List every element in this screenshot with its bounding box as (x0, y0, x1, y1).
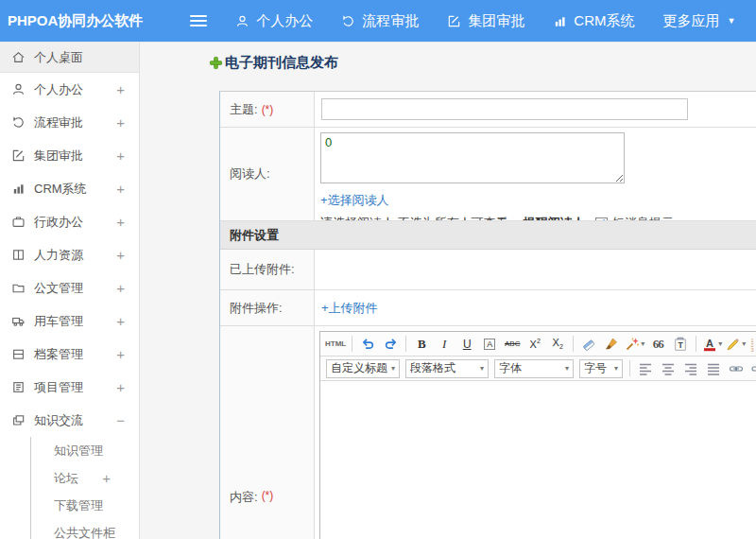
align-justify-icon (706, 361, 721, 376)
page-title: 电子期刊信息发布 (209, 54, 756, 72)
attachment-section-header: 附件设置 (220, 221, 756, 250)
italic-button[interactable]: I (434, 334, 455, 355)
sidebar-item-label: 流程审批 (34, 114, 83, 131)
font-style-button[interactable]: A (479, 334, 500, 355)
sidebar-item-archive-management[interactable]: 档案管理+ (0, 338, 139, 371)
sidebar-item-project-management[interactable]: 项目管理+ (0, 371, 139, 404)
svg-text:A: A (706, 337, 713, 348)
sidebar-item-download-management[interactable]: 下载管理 (30, 492, 139, 519)
redo-button[interactable] (380, 334, 401, 355)
undo-button[interactable] (357, 334, 378, 355)
strikethrough-button[interactable]: ABC (502, 334, 523, 355)
auto-typeset-button[interactable]: ▾ (624, 334, 645, 355)
remove-format-button[interactable] (578, 334, 599, 355)
nav-item-crm-system[interactable]: CRM系统 (553, 12, 634, 30)
editor-body[interactable] (320, 381, 756, 539)
readers-row: 阅读人: 0 +选择阅读人 请选择阅读人,不选为所有人可查看 提醒阅读人: ✓ … (220, 128, 756, 221)
expander-icon[interactable]: + (116, 280, 125, 296)
sup-icon: X2 (530, 338, 541, 350)
ordered-list-button[interactable]: 123▾ (748, 334, 756, 355)
select-readers-link[interactable]: +选择阅读人 (320, 193, 389, 207)
highlight-color-button[interactable]: ▾ (725, 334, 747, 355)
expander-icon[interactable]: + (116, 114, 125, 130)
sidebar-item-crm-system[interactable]: CRM系统+ (0, 172, 139, 205)
sidebar-item-knowledge-management[interactable]: 知识管理 (30, 437, 139, 464)
nav-item-label: CRM系统 (574, 12, 634, 30)
align-right-icon (683, 361, 698, 376)
font-family-select[interactable]: 字体▾ (494, 359, 574, 378)
project-icon (11, 380, 26, 394)
align-justify-button[interactable] (703, 358, 724, 379)
expander-icon[interactable]: + (116, 313, 125, 329)
nav-item-personal-office[interactable]: 个人办公 (235, 12, 313, 30)
sidebar-item-workflow-approval[interactable]: 流程审批+ (0, 106, 139, 139)
sidebar-item-admin-office[interactable]: 行政办公+ (0, 205, 139, 238)
svg-text:3: 3 (751, 346, 754, 351)
sms-checkbox-label: 短消息提示 (612, 215, 674, 220)
nav-item-group-approval[interactable]: 集团审批 (447, 12, 524, 30)
format-painter-button[interactable] (601, 334, 622, 355)
superscript-button[interactable]: X2 (524, 334, 545, 355)
expander-icon[interactable]: + (116, 214, 125, 230)
fontcolor-icon: A (702, 337, 717, 352)
archive-icon (11, 347, 26, 361)
chevron-down-icon: ▾ (718, 339, 722, 348)
nav-item-label: 集团审批 (468, 12, 524, 30)
upload-attachment-link[interactable]: +上传附件 (321, 300, 378, 317)
expander-icon[interactable]: + (116, 379, 125, 395)
sidebar-item-forum[interactable]: 论坛+ (30, 464, 139, 492)
sidebar-item-label: 用车管理 (34, 313, 83, 330)
sidebar-item-document-management[interactable]: 公文管理+ (0, 271, 139, 304)
sidebar-item-knowledge-exchange[interactable]: 知识交流− (0, 404, 139, 437)
sidebar-item-personal-desktop[interactable]: 个人桌面 (0, 43, 139, 73)
sms-checkbox[interactable]: ✓ (595, 217, 608, 221)
readers-textarea[interactable]: 0 (320, 132, 625, 183)
expander-icon[interactable]: + (116, 81, 125, 97)
nav-item-label: 更多应用 (663, 12, 720, 30)
publish-form: 主题: (*) 阅读人: 0 +选择阅读人 请选择阅读人,不选为所有人可查看 (219, 91, 756, 539)
align-center-button[interactable] (658, 358, 679, 379)
font-color-button[interactable]: A▾ (701, 334, 723, 355)
edit-icon (11, 148, 26, 163)
nav-item-more-apps[interactable]: 更多应用▼ (663, 12, 736, 30)
menu-icon[interactable] (190, 12, 207, 29)
underline-button[interactable]: U (456, 334, 477, 355)
blockquote-button[interactable]: 66 (647, 334, 668, 355)
sidebar-item-vehicle-management[interactable]: 用车管理+ (0, 304, 139, 338)
html-source-button[interactable]: HTML (324, 334, 347, 355)
required-mark: (*) (262, 103, 274, 116)
unlink-button[interactable] (748, 358, 756, 379)
align-left-button[interactable] (635, 358, 656, 379)
expander-icon[interactable]: + (116, 181, 125, 197)
subject-input[interactable] (321, 98, 688, 120)
font-size-select[interactable]: 字号▾ (579, 359, 623, 378)
link-button[interactable] (726, 358, 747, 379)
heading-select[interactable]: 自定义标题▾ (326, 359, 400, 378)
sidebar-item-label: CRM系统 (34, 181, 87, 198)
paste-text-button[interactable]: T (670, 334, 691, 355)
sidebar-item-group-approval[interactable]: 集团审批+ (0, 139, 139, 172)
chevron-down-icon: ▾ (480, 364, 484, 373)
sidebar-item-label: 下载管理 (54, 497, 103, 514)
subscript-button[interactable]: X2 (547, 334, 568, 355)
sidebar-item-human-resources[interactable]: 人力资源+ (0, 238, 139, 271)
highlight-icon (726, 337, 741, 352)
expander-icon[interactable]: − (116, 412, 125, 428)
align-right-button[interactable] (680, 358, 701, 379)
sidebar-item-personal-office[interactable]: 个人办公+ (0, 73, 139, 106)
select-label: 字体 (499, 360, 522, 376)
bold-button[interactable]: B (411, 334, 432, 355)
sidebar-item-public-file-cabinet[interactable]: 公共文件柜 (30, 519, 139, 539)
fontbox-icon: A (484, 339, 495, 350)
layers-icon (11, 413, 26, 427)
toolbar-separator (573, 336, 574, 352)
sidebar-item-label: 集团审批 (34, 148, 83, 165)
expander-icon[interactable]: + (116, 148, 125, 164)
folder-icon (11, 281, 26, 295)
nav-item-workflow-approval[interactable]: 流程审批 (341, 12, 419, 30)
sidebar-item-label: 知识管理 (54, 443, 103, 460)
expander-icon[interactable]: + (116, 346, 125, 362)
expander-icon[interactable]: + (102, 470, 111, 486)
paragraph-format-select[interactable]: 段落格式▾ (405, 359, 489, 378)
expander-icon[interactable]: + (116, 247, 125, 263)
